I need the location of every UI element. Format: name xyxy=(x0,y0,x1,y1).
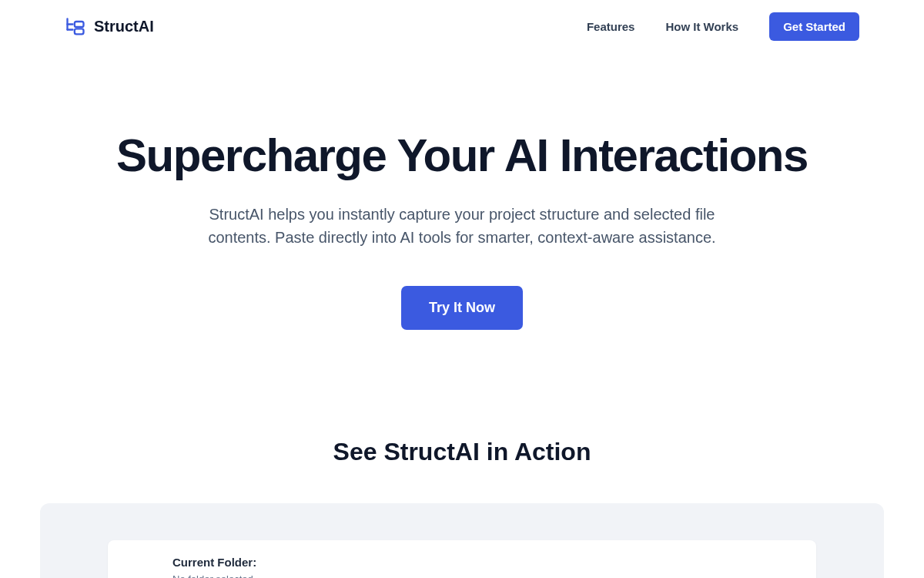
navbar: StructAI Features How It Works Get Start… xyxy=(40,0,884,53)
nav-link-how-it-works[interactable]: How It Works xyxy=(665,20,738,33)
demo-section: See StructAI in Action Current Folder: N… xyxy=(40,376,884,578)
demo-card-spacer xyxy=(126,556,172,578)
current-folder-label: Current Folder: xyxy=(172,556,798,569)
demo-card-content: Current Folder: No folder selected xyxy=(172,556,798,578)
demo-heading: See StructAI in Action xyxy=(40,438,884,466)
logo-section[interactable]: StructAI xyxy=(65,16,154,38)
try-it-now-button[interactable]: Try It Now xyxy=(401,286,523,330)
current-folder-value: No folder selected xyxy=(172,573,798,578)
hero-subtitle: StructAI helps you instantly capture you… xyxy=(192,203,732,249)
demo-card: Current Folder: No folder selected xyxy=(108,540,816,578)
demo-preview: Current Folder: No folder selected xyxy=(40,503,884,578)
brand-name: StructAI xyxy=(94,18,154,35)
folder-tree-icon xyxy=(65,16,86,38)
hero-title: Supercharge Your AI Interactions xyxy=(65,130,859,181)
nav-links: Features How It Works Get Started xyxy=(587,12,859,41)
nav-link-features[interactable]: Features xyxy=(587,20,635,33)
get-started-button[interactable]: Get Started xyxy=(769,12,859,41)
hero-section: Supercharge Your AI Interactions StructA… xyxy=(40,53,884,376)
